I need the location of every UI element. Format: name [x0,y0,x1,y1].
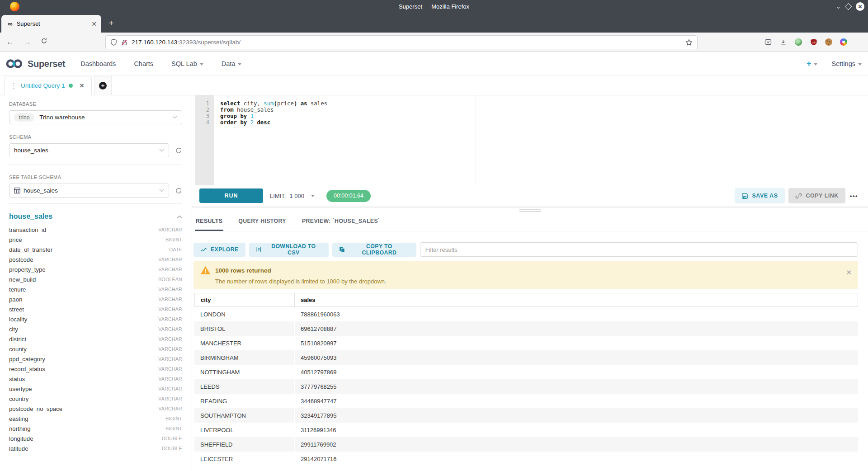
table-title[interactable]: house_sales [9,212,52,221]
pane-splitter[interactable] [192,207,868,212]
column-row: property_type VARCHAR [9,264,182,274]
table-row: BRISTOL 69612708887 [194,321,858,336]
sql-editor[interactable]: 1 select city, sum(price) as sales 2 fro… [192,95,868,185]
results-table-header: citysales [194,293,858,307]
line-number: 4 [195,119,214,126]
explore-button[interactable]: EXPLORE [193,243,245,257]
alert-title: 1000 rows returned [215,267,271,274]
table-row: LONDON 788861960063 [194,307,858,321]
link-icon [795,193,802,199]
cell-sales: 31126991346 [294,423,858,437]
column-header[interactable]: sales [294,293,858,306]
column-row: date_of_transfer DATE [9,245,182,254]
column-row: easting BIGINT [9,414,182,424]
cell-city: READING [194,394,294,408]
window-minimize-icon[interactable]: ⌄ [836,4,841,9]
results-tab[interactable]: QUERY HISTORY [237,212,287,231]
window-close-icon[interactable]: ✕ [856,2,864,11]
alert-close-icon[interactable]: ✕ [846,268,852,277]
browser-tab[interactable]: ∞ Superset ✕ [1,15,101,33]
download-csv-button[interactable]: DOWNLOAD TO CSV [249,243,329,257]
table-icon [14,188,20,193]
table-row: NOTTINGHAM 40512797869 [194,365,858,379]
new-entity-button[interactable]: + [807,60,817,68]
clipboard-icon [339,246,345,253]
new-tab-button[interactable]: + [105,17,117,29]
elapsed-timer: 00:00:01.64 [326,190,371,202]
column-row: record_status VARCHAR [9,364,182,374]
nav-menu: Dashboards Charts SQL Lab Data [80,60,241,67]
forward-icon[interactable]: → [24,38,31,47]
cell-sales: 69612708887 [294,321,858,336]
status-dot [69,84,73,88]
results-tab[interactable]: PREVIEW: `HOUSE_SALES` [301,212,381,231]
browser-tab-title: Superset [17,20,40,27]
chart-line-icon [200,246,207,253]
privacy-badger-icon[interactable] [795,38,802,46]
cell-city: NOTTINGHAM [194,365,294,379]
ublock-icon[interactable]: uB [810,38,817,46]
shield-icon[interactable] [110,39,117,46]
limit-dropdown[interactable]: LIMIT: 1 000 [270,193,315,199]
code-line: 2 from house_sales [195,107,868,113]
drag-handle-icon[interactable]: ⋮ [10,82,17,89]
query-tab[interactable]: ⋮ Untitled Query 1 ✕ [5,76,92,95]
reload-icon[interactable] [41,38,47,47]
filter-results-input[interactable] [420,242,858,257]
nav-item[interactable]: SQL Lab [171,60,203,67]
refresh-table-icon[interactable] [175,187,182,194]
table-row: READING 34468947747 [194,394,858,408]
menu-icon[interactable] [855,39,862,45]
back-icon[interactable]: ← [6,38,14,47]
column-row: new_build BOOLEAN [9,274,182,284]
cell-city: BIRMINGHAM [194,350,294,365]
schema-select[interactable]: house_sales [9,143,169,157]
results-tabbar: RESULTS QUERY HISTORY PREVIEW: `HOUSE_SA… [192,212,868,231]
run-button[interactable]: RUN [199,188,263,203]
cell-city: BRISTOL [194,321,294,336]
column-row: paon VARCHAR [9,294,182,304]
results-toolbar: EXPLORE DOWNLOAD TO CSV COPY TO CLIPBOAR… [193,242,858,257]
query-tab-close-icon[interactable]: ✕ [80,82,85,89]
settings-menu[interactable]: Settings [832,60,862,67]
database-select[interactable]: trino Trino warehouse [9,110,182,124]
superset-logo[interactable]: Superset [5,57,65,70]
results-tab[interactable]: RESULTS [195,212,223,231]
url-text: 217.160.120.143:32393/superset/sqllab/ [132,39,241,46]
pinwheel-extension-icon[interactable] [840,38,847,46]
column-row: county VARCHAR [9,344,182,354]
lock-crossed-icon[interactable] [121,39,127,46]
chevron-up-icon[interactable] [177,212,182,221]
browser-toolbar: ← → 217.160.120.143:32393/superset/sqlla… [0,33,868,52]
work-pane: 1 select city, sum(price) as sales 2 fro… [192,95,868,471]
column-row: ppd_category VARCHAR [9,354,182,364]
cell-city: LEICESTER [194,452,294,466]
screen: Superset — Mozilla Firefox ⌄ ✕ ∞ Superse… [0,0,868,471]
splitter-handle-icon[interactable] [519,209,541,212]
add-query-tab-button[interactable]: + [94,76,112,95]
refresh-schema-icon[interactable] [175,147,182,154]
window-maximize-icon[interactable] [845,3,852,10]
cookie-icon[interactable] [825,38,832,46]
cell-sales: 45960075093 [294,350,858,365]
more-actions-button[interactable]: ••• [850,193,858,199]
tab-close-icon[interactable]: ✕ [91,20,97,28]
plus-circle-icon: + [99,82,107,89]
copy-clipboard-button[interactable]: COPY TO CLIPBOARD [332,243,416,257]
cell-city: SHEFFIELD [194,437,294,452]
copy-link-button[interactable]: COPY LINK [788,188,845,203]
bookmark-star-icon[interactable] [685,39,693,46]
nav-item[interactable]: Dashboards [80,60,116,67]
url-bar[interactable]: 217.160.120.143:32393/superset/sqllab/ [105,35,698,49]
download-icon[interactable] [779,38,787,46]
pocket-icon[interactable] [764,38,772,46]
nav-item[interactable]: Charts [134,60,153,67]
column-row: status VARCHAR [9,374,182,384]
infinity-logo-icon [5,57,24,70]
save-as-button[interactable]: SAVE AS [735,188,785,203]
table-select[interactable]: house_sales [9,184,169,198]
nav-item[interactable]: Data [222,60,242,67]
database-label: DATABASE [9,101,182,107]
table-row: SHEFFIELD 29911769902 [194,437,858,452]
column-header[interactable]: city [195,293,294,306]
